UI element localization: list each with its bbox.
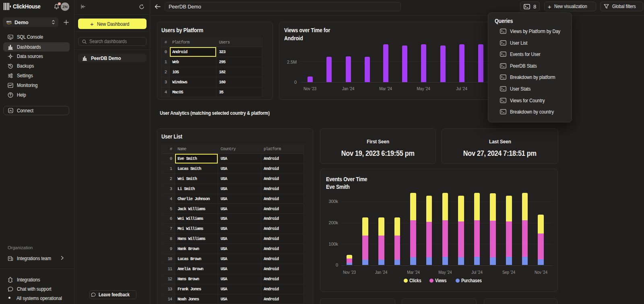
svg-text:aws: aws <box>6 20 12 23</box>
